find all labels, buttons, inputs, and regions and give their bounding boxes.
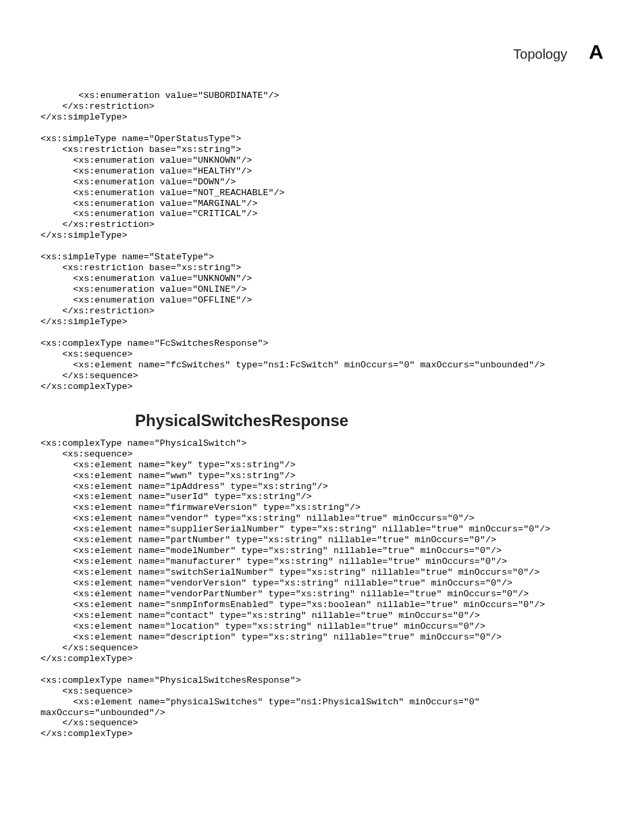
page-header: Topology A (41, 41, 603, 63)
xml-schema-block-1: <xs:enumeration value="SUBORDINATE"/> </… (41, 90, 603, 392)
header-section-letter: A (589, 41, 603, 63)
xml-schema-block-2: <xs:complexType name="PhysicalSwitch"> <… (41, 438, 603, 740)
header-title: Topology (513, 47, 567, 62)
section-heading: PhysicalSwitchesResponse (135, 411, 603, 430)
